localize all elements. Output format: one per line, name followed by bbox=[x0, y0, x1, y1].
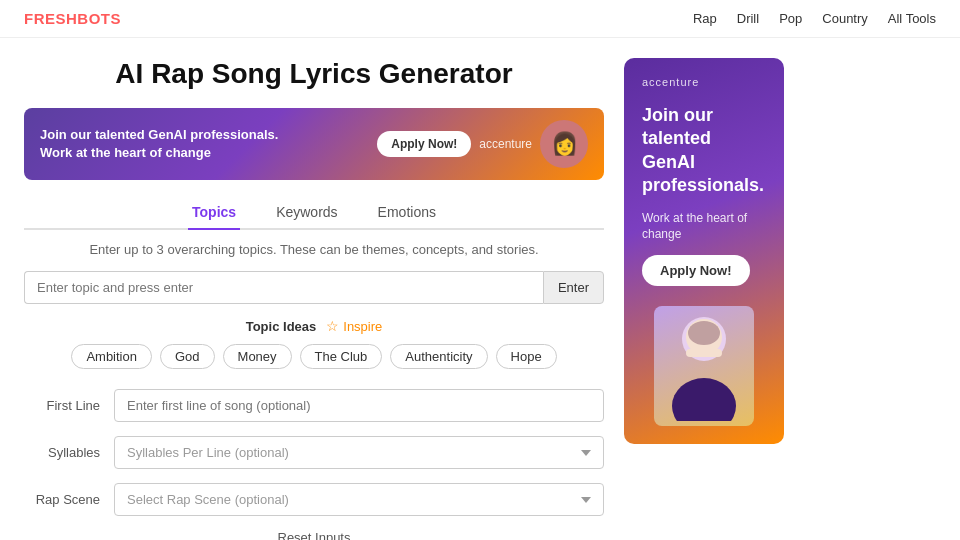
ad-portrait-image: 👩 bbox=[540, 120, 588, 168]
syllables-label: Syllables bbox=[24, 445, 114, 460]
first-line-input[interactable] bbox=[114, 389, 604, 422]
star-icon: ☆ bbox=[326, 318, 339, 334]
svg-point-1 bbox=[672, 378, 736, 421]
first-line-field: First Line bbox=[24, 389, 604, 422]
nav-pop[interactable]: Pop bbox=[779, 11, 802, 26]
sidebar: accenture Join our talented GenAI profes… bbox=[624, 58, 784, 540]
tab-emotions[interactable]: Emotions bbox=[374, 196, 440, 230]
ad-sub-text: Work at the heart of change bbox=[40, 144, 278, 162]
ad-banner: Join our talented GenAI professionals. W… bbox=[24, 108, 604, 180]
chip-money[interactable]: Money bbox=[223, 344, 292, 369]
ad-main-text: Join our talented GenAI professionals. bbox=[40, 126, 278, 144]
inspire-button[interactable]: ☆ Inspire bbox=[326, 318, 382, 334]
svg-rect-4 bbox=[686, 349, 722, 357]
page-title: AI Rap Song Lyrics Generator bbox=[24, 58, 604, 90]
chip-ambition[interactable]: Ambition bbox=[71, 344, 152, 369]
site-logo[interactable]: FRESHBOTS bbox=[24, 10, 121, 27]
svg-point-3 bbox=[688, 321, 720, 345]
tab-subtitle: Enter up to 3 overarching topics. These … bbox=[24, 242, 604, 257]
chip-god[interactable]: God bbox=[160, 344, 215, 369]
page-wrapper: AI Rap Song Lyrics Generator Join our ta… bbox=[0, 38, 960, 540]
enter-button[interactable]: Enter bbox=[543, 271, 604, 304]
sidebar-apply-button[interactable]: Apply Now! bbox=[642, 255, 750, 286]
nav-all-tools[interactable]: All Tools bbox=[888, 11, 936, 26]
reset-button[interactable]: Reset Inputs bbox=[278, 530, 351, 540]
main-content: AI Rap Song Lyrics Generator Join our ta… bbox=[24, 58, 604, 540]
rap-scene-label: Rap Scene bbox=[24, 492, 114, 507]
nav-country[interactable]: Country bbox=[822, 11, 868, 26]
tab-topics[interactable]: Topics bbox=[188, 196, 240, 230]
topic-input-row: Enter bbox=[24, 271, 604, 304]
ad-brand-name: accenture bbox=[479, 137, 532, 151]
nav-links: Rap Drill Pop Country All Tools bbox=[693, 11, 936, 26]
ad-text-block: Join our talented GenAI professionals. W… bbox=[40, 126, 278, 162]
tab-bar: Topics Keywords Emotions bbox=[24, 196, 604, 230]
sidebar-ad-headline: Join our talented GenAI professionals. bbox=[642, 104, 766, 198]
sidebar-portrait-wrapper bbox=[642, 306, 766, 426]
topic-input[interactable] bbox=[24, 271, 543, 304]
nav-rap[interactable]: Rap bbox=[693, 11, 717, 26]
topic-ideas-row: Topic Ideas ☆ Inspire bbox=[24, 318, 604, 334]
syllables-select[interactable]: Syllables Per Line (optional) bbox=[114, 436, 604, 469]
sidebar-brand: accenture bbox=[642, 76, 766, 88]
actions-block: Reset Inputs Generate bbox=[24, 530, 604, 540]
first-line-label: First Line bbox=[24, 398, 114, 413]
tab-keywords[interactable]: Keywords bbox=[272, 196, 341, 230]
navigation: FRESHBOTS Rap Drill Pop Country All Tool… bbox=[0, 0, 960, 38]
topic-chips: Ambition God Money The Club Authenticity… bbox=[24, 344, 604, 369]
nav-drill[interactable]: Drill bbox=[737, 11, 759, 26]
chip-the-club[interactable]: The Club bbox=[300, 344, 383, 369]
sidebar-ad: accenture Join our talented GenAI profes… bbox=[624, 58, 784, 444]
chip-authenticity[interactable]: Authenticity bbox=[390, 344, 487, 369]
sidebar-ad-subtext: Work at the heart of change bbox=[642, 210, 766, 244]
rap-scene-select[interactable]: Select Rap Scene (optional) bbox=[114, 483, 604, 516]
ad-right-block: Apply Now! accenture 👩 bbox=[377, 120, 588, 168]
topic-ideas-label: Topic Ideas bbox=[246, 319, 317, 334]
ad-apply-button[interactable]: Apply Now! bbox=[377, 131, 471, 157]
chip-hope[interactable]: Hope bbox=[496, 344, 557, 369]
inspire-label: Inspire bbox=[343, 319, 382, 334]
rap-scene-field: Rap Scene Select Rap Scene (optional) bbox=[24, 483, 604, 516]
sidebar-portrait-image bbox=[654, 306, 754, 426]
syllables-field: Syllables Syllables Per Line (optional) bbox=[24, 436, 604, 469]
